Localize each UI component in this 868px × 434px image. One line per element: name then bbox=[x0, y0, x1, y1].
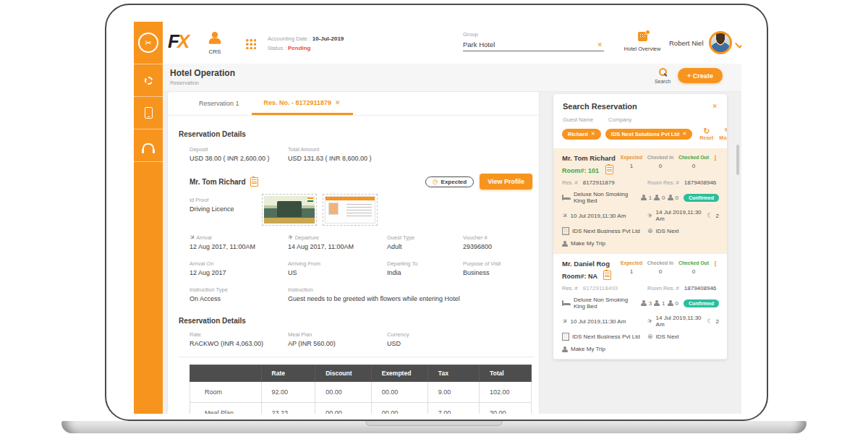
hotel-overview-label: Hotel Overview bbox=[620, 46, 665, 52]
id-image-2-picture bbox=[325, 196, 375, 224]
crs-label: CRS bbox=[204, 48, 226, 55]
instruction-type-label: Instruction Type bbox=[190, 286, 288, 293]
close-panel-icon[interactable]: ✕ bbox=[712, 103, 718, 110]
rate-field: Rate RACKWO (INR 4,063.00) bbox=[190, 331, 288, 347]
instruction-value: Guest needs to be greeted with flowers w… bbox=[288, 295, 460, 302]
app-window: ✂ FX CRS Accounting Date : 10-Jul-2019 S… bbox=[134, 22, 741, 414]
col-rate: Rate bbox=[261, 365, 315, 382]
status-chip: Confirmed bbox=[684, 194, 719, 202]
avatar[interactable] bbox=[709, 31, 732, 54]
mealplan-tax: 7.00 bbox=[427, 403, 479, 414]
pax-counts: 3 1 0 Confirmed bbox=[641, 299, 719, 307]
reset-button[interactable]: ↻ Reset bbox=[697, 127, 716, 140]
fields-grid: ✈ Arrival 12 Aug 2017, 11:00AM ✈ Departu… bbox=[190, 234, 535, 302]
sidebar-item-device[interactable] bbox=[134, 97, 163, 129]
room-rate: 92.00 bbox=[261, 382, 315, 403]
chip-close-icon[interactable]: ✕ bbox=[682, 131, 686, 137]
chip-close-icon[interactable]: ✕ bbox=[591, 131, 595, 137]
close-tab-icon[interactable]: ✕ bbox=[335, 99, 341, 106]
group-field[interactable]: Group Park Hotel ✕ bbox=[463, 30, 604, 51]
app-logo[interactable]: ✂ bbox=[134, 22, 163, 64]
expected-label: Expected bbox=[618, 155, 645, 160]
charges-table: Rate Discount Exempted Tax Total Room 92… bbox=[190, 365, 532, 414]
guest-type-value: Adult bbox=[387, 243, 402, 250]
card-departure: 14 Jul 2019,11:30 Am bbox=[656, 315, 707, 328]
guest-name-label: Guest Name bbox=[563, 116, 593, 123]
crs-module[interactable]: CRS bbox=[204, 30, 226, 55]
sidebar-item-settings[interactable] bbox=[134, 64, 163, 97]
sidebar: ✂ bbox=[134, 22, 163, 414]
room-total: 102.00 bbox=[479, 382, 531, 403]
group-input[interactable]: Park Hotel bbox=[463, 41, 495, 48]
currency-field: Currency USD bbox=[387, 331, 485, 347]
search-icon bbox=[658, 68, 667, 77]
search-button[interactable]: Search bbox=[652, 68, 673, 84]
chip-guest[interactable]: Richard ✕ bbox=[562, 129, 601, 140]
currency-value: USD bbox=[387, 340, 401, 347]
infant-count: 0 bbox=[676, 300, 678, 307]
chevron-down-icon[interactable] bbox=[735, 39, 741, 48]
tab-res-no[interactable]: Res. No. - 8172911879 ✕ bbox=[252, 92, 353, 115]
expected-badge-label: Expected bbox=[441, 179, 467, 185]
table-row: Room 92.00 00.00 00.00 9.00 102.00 bbox=[190, 382, 532, 403]
refresh-icon: ↻ bbox=[699, 127, 713, 135]
rate-label: Rate bbox=[190, 331, 288, 338]
chip-company[interactable]: IDS Next Solutions Pvt Ltd ✕ bbox=[605, 129, 692, 140]
col-discount: Discount bbox=[315, 365, 372, 382]
expected-count: 1 bbox=[618, 268, 645, 275]
card-menu-icon[interactable]: ⋮ bbox=[712, 260, 719, 280]
departure-value: 14 Aug 2017, 11:00AM bbox=[288, 243, 354, 250]
meal-plan-label: Meal Plan bbox=[288, 331, 387, 338]
room-res-label: Room Res. # bbox=[647, 179, 679, 186]
tab-res-no-label: Res. No. - 8172911879 bbox=[264, 99, 332, 106]
expected-label: Expected bbox=[618, 260, 645, 265]
view-profile-button[interactable]: View Profile bbox=[480, 174, 532, 190]
id-proof-value: Driving Licence bbox=[190, 205, 234, 213]
apps-grid-icon[interactable] bbox=[244, 38, 256, 49]
globe-icon: ⊕ bbox=[647, 333, 653, 340]
clipboard-icon[interactable] bbox=[250, 177, 258, 187]
field-departure: ✈ Departure 14 Aug 2017, 11:00AM bbox=[288, 234, 387, 250]
room-discount: 00.00 bbox=[315, 382, 372, 403]
chip-guest-label: Richard bbox=[568, 131, 588, 137]
id-image-1[interactable] bbox=[262, 194, 317, 226]
accounting-date-label: Accounting Date : bbox=[268, 35, 310, 42]
expected-badge: ◷ Expected bbox=[425, 176, 474, 187]
sidebar-item-support[interactable] bbox=[134, 129, 163, 162]
pax-counts: 1 0 0 Confirmed bbox=[641, 194, 719, 202]
clear-group-icon[interactable]: ✕ bbox=[597, 41, 603, 48]
hotel-overview-button[interactable]: Hotel Overview bbox=[620, 32, 665, 52]
card-menu-icon[interactable]: ⋮ bbox=[712, 154, 719, 174]
filter-chips: Richard ✕ IDS Next Solutions Pvt Ltd ✕ ↻… bbox=[553, 126, 727, 148]
clipboard-icon[interactable] bbox=[605, 165, 613, 174]
page-heading-band: Hotel Operation Reservation Search + Cre… bbox=[163, 64, 741, 92]
arriving-from-label: Arriving From bbox=[288, 260, 387, 267]
scrollbar[interactable] bbox=[736, 145, 739, 175]
infant-count: 0 bbox=[676, 195, 678, 201]
card-room-number: Room#: 101 bbox=[562, 165, 616, 174]
clipboard-icon[interactable] bbox=[603, 271, 611, 280]
id-proof-label: Id Proof bbox=[190, 197, 262, 203]
reservation-result-card[interactable]: Mr. Daniel Rog Room#: NA Expected1 Check… bbox=[553, 254, 727, 359]
room-type: Deluxe Non Smoking King Bed bbox=[574, 297, 641, 310]
modify-button[interactable]: ✎ Modify bbox=[716, 127, 727, 140]
reservation-result-card[interactable]: Mr. Tom Richard Room#: 101 Expected1 Che… bbox=[553, 148, 727, 254]
card-arrival: 10 Jul 2019,11:30 Am bbox=[571, 213, 626, 219]
room-res-number: 1879408946 bbox=[684, 179, 717, 186]
rate-row: Rate RACKWO (INR 4,063.00) Meal Plan AP … bbox=[190, 331, 535, 347]
checked-in-count: 0 bbox=[645, 163, 676, 169]
bed-icon bbox=[562, 300, 571, 306]
adult-icon bbox=[641, 195, 647, 200]
departing-to-value: India bbox=[387, 269, 401, 276]
create-button[interactable]: + Create bbox=[678, 68, 723, 83]
user-name: Robert Niel bbox=[669, 39, 704, 47]
plane-landing-icon: ✈ bbox=[561, 211, 569, 220]
id-image-2[interactable] bbox=[323, 194, 378, 226]
card-company: IDS Next Business Pvt Ltd bbox=[572, 333, 640, 340]
tab-reservation-1[interactable]: Reservation 1 bbox=[187, 92, 252, 115]
search-reservation-panel: Search Reservation ✕ Guest Name Company … bbox=[553, 94, 727, 359]
checked-in-label: Checked In bbox=[645, 260, 676, 265]
arrival-label: Arrival bbox=[196, 234, 211, 241]
guest-row: Mr. Tom Richard ◷ Expected View Profile bbox=[190, 174, 535, 190]
room-res-number: 1879408946 bbox=[684, 285, 717, 292]
